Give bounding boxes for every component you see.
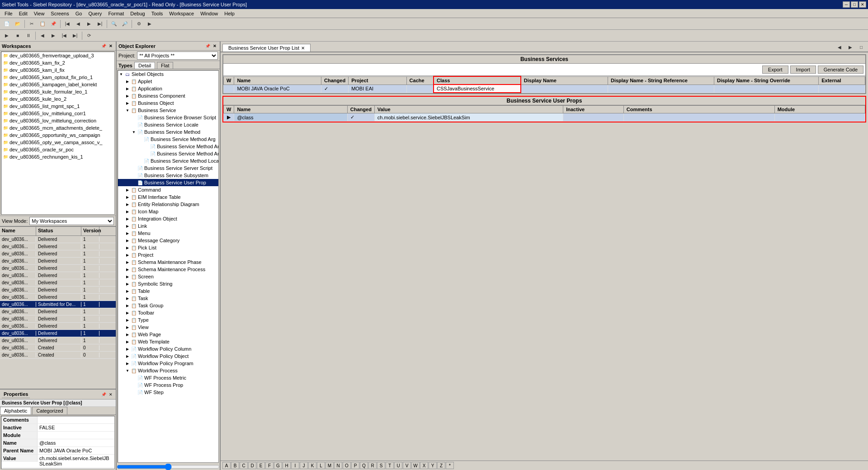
tree-expand-icon[interactable]: ▶ bbox=[124, 266, 131, 273]
tree-item[interactable]: ▼📄Business Service Method bbox=[118, 128, 218, 136]
tree-expand-icon[interactable] bbox=[131, 179, 137, 186]
paste-btn[interactable]: 📌 bbox=[48, 19, 58, 28]
ws-pin-icon[interactable]: 📌 bbox=[100, 43, 107, 49]
menu-item-window[interactable]: Window bbox=[198, 10, 221, 17]
generate-code-btn[interactable]: Generate Code bbox=[818, 66, 863, 74]
alpha-btn-f[interactable]: F bbox=[265, 462, 274, 469]
tree-expand-icon[interactable]: ▶ bbox=[124, 331, 131, 338]
alpha-btn-o[interactable]: O bbox=[343, 462, 351, 469]
workspace-row[interactable]: dev_u8036... Submitted for De... 1 bbox=[0, 301, 116, 308]
workspace-item[interactable]: 📁dev_u803665_lov_mittelung_corr1 bbox=[1, 110, 114, 117]
menu-item-workspace[interactable]: Workspace bbox=[166, 10, 197, 17]
tree-expand-icon[interactable]: ▶ bbox=[124, 317, 131, 323]
tab-nav-max[interactable]: □ bbox=[856, 42, 866, 52]
tree-expand-icon[interactable]: ▶ bbox=[124, 324, 131, 330]
tb2-3[interactable]: ⏸ bbox=[24, 31, 33, 40]
tree-expand-icon[interactable] bbox=[131, 172, 137, 179]
tree-expand-icon[interactable]: ▼ bbox=[118, 71, 124, 77]
workspace-row[interactable]: dev_u8036... Delivered 1 bbox=[0, 265, 116, 272]
tree-item[interactable]: ▶📋Toolbar bbox=[118, 309, 218, 316]
menu-item-help[interactable]: Help bbox=[222, 10, 237, 17]
workspace-row[interactable]: dev_u8036... Delivered 1 bbox=[0, 315, 116, 323]
tree-item[interactable]: 📄WF Step bbox=[118, 389, 218, 396]
workspace-row[interactable]: dev_u8036... Delivered 1 bbox=[0, 272, 116, 279]
tree-expand-icon[interactable] bbox=[143, 143, 150, 150]
minimize-btn[interactable]: ─ bbox=[843, 1, 850, 8]
tree-expand-icon[interactable] bbox=[131, 165, 137, 171]
up-col-changed[interactable]: Changed bbox=[347, 106, 374, 113]
tb2-first[interactable]: |◀ bbox=[59, 31, 69, 40]
tree-item[interactable]: ▶📋Project bbox=[118, 251, 218, 258]
open-btn[interactable]: 📂 bbox=[13, 19, 23, 28]
tree-item[interactable]: ▶📋Business Component bbox=[118, 92, 218, 99]
props-tab-alphabetic[interactable]: Alphabetic bbox=[0, 407, 31, 414]
alpha-btn-z[interactable]: Z bbox=[437, 462, 445, 469]
tab-nav-back[interactable]: ◀ bbox=[835, 42, 844, 52]
new-btn[interactable]: 📄 bbox=[2, 19, 12, 28]
tree-item[interactable]: ▶📋Web Template bbox=[118, 338, 218, 345]
workspace-row[interactable]: dev_u8036... Delivered 1 bbox=[0, 337, 116, 344]
nav-next[interactable]: ▶ bbox=[84, 19, 94, 28]
alpha-btn-g[interactable]: G bbox=[274, 462, 282, 469]
tree-expand-icon[interactable]: ▶ bbox=[124, 360, 131, 367]
workspace-row[interactable]: dev_u8036... Delivered 1 bbox=[0, 330, 116, 337]
workspace-tree[interactable]: 📁dev_u803665_fremvertrage_upload_3📁dev_u… bbox=[1, 52, 115, 215]
bs-grid-row[interactable]: MOBI JAVA Oracle PoC ✓ MOBI EAI CSSJavaB… bbox=[224, 85, 865, 93]
tree-expand-icon[interactable] bbox=[137, 136, 143, 142]
tree-item[interactable]: ▶📄Workflow Policy Program bbox=[118, 360, 218, 367]
workspace-item[interactable]: 📁dev_u803665_opty_we_campa_assoc_v_ bbox=[1, 139, 114, 146]
up-col-inactive[interactable]: Inactive bbox=[563, 106, 624, 113]
tree-item[interactable]: ▶📋Link bbox=[118, 222, 218, 230]
alpha-btn-m[interactable]: M bbox=[326, 462, 334, 469]
query-btn[interactable]: 🔎 bbox=[120, 19, 130, 28]
tree-item[interactable]: 📄Business Service User Prop bbox=[118, 179, 218, 186]
tree-expand-icon[interactable] bbox=[131, 389, 137, 395]
workspace-row[interactable]: dev_u8036... Delivered 1 bbox=[0, 236, 116, 243]
tree-expand-icon[interactable]: ▶ bbox=[124, 187, 131, 193]
tree-expand-icon[interactable]: ▶ bbox=[124, 100, 131, 106]
alpha-btn-e[interactable]: E bbox=[257, 462, 265, 469]
up-col-comments[interactable]: Comments bbox=[623, 106, 774, 113]
up-col-name[interactable]: Name bbox=[234, 106, 347, 113]
tree-expand-icon[interactable]: ▶ bbox=[124, 310, 131, 316]
tree-expand-icon[interactable]: ▶ bbox=[124, 230, 131, 236]
tree-item[interactable]: ▶📋Integration Object bbox=[118, 215, 218, 222]
tree-item[interactable]: ▼🗂Siebel Objects bbox=[118, 70, 218, 78]
alpha-btn-p[interactable]: P bbox=[351, 462, 359, 469]
workspace-row[interactable]: dev_u8036... Delivered 1 bbox=[0, 258, 116, 265]
bs-col-name[interactable]: Name bbox=[234, 76, 321, 85]
tab-flat[interactable]: Flat bbox=[157, 62, 173, 69]
tree-item[interactable]: ▶📋Application bbox=[118, 85, 218, 92]
up-cell-name[interactable]: @class bbox=[234, 113, 347, 122]
tree-item[interactable]: ▼📋Workflow Process bbox=[118, 367, 218, 374]
tree-expand-icon[interactable] bbox=[131, 375, 137, 381]
tree-expand-icon[interactable]: ▶ bbox=[124, 281, 131, 287]
user-props-grid-row[interactable]: ▶ @class ✓ ch.mobi.siebel.service.Siebel… bbox=[224, 113, 865, 122]
tree-item[interactable]: 📄Business Service Server Script bbox=[118, 164, 218, 172]
oe-hscroll[interactable] bbox=[117, 464, 220, 470]
alpha-btn-*[interactable]: * bbox=[446, 462, 454, 469]
bs-cell-name[interactable]: MOBI JAVA Oracle PoC bbox=[234, 85, 321, 93]
workspace-item[interactable]: 📁dev_u803665_mcm_attachments_delete_ bbox=[1, 124, 114, 132]
nav-first[interactable]: |◀ bbox=[62, 19, 72, 28]
view-mode-select[interactable]: My Workspaces bbox=[29, 217, 114, 225]
bs-col-displayname[interactable]: Display Name bbox=[521, 76, 608, 85]
run-btn[interactable]: ▶ bbox=[145, 19, 155, 28]
bs-col-cache[interactable]: Cache bbox=[406, 76, 434, 85]
tree-item[interactable]: ▶📄Workflow Policy Column bbox=[118, 345, 218, 352]
alpha-btn-j[interactable]: J bbox=[300, 462, 308, 469]
alpha-btn-c[interactable]: C bbox=[240, 462, 248, 469]
tree-item[interactable]: ▶📋Applet bbox=[118, 78, 218, 85]
tree-expand-icon[interactable] bbox=[143, 150, 150, 157]
oe-scroll-h[interactable] bbox=[117, 464, 220, 470]
tree-expand-icon[interactable] bbox=[131, 114, 137, 121]
bs-cell-class[interactable]: CSSJavaBusinessService bbox=[434, 85, 521, 93]
tree-item[interactable]: ▶📋Type bbox=[118, 316, 218, 324]
tree-expand-icon[interactable]: ▶ bbox=[124, 201, 131, 207]
tree-item[interactable]: ▶📋Message Category bbox=[118, 237, 218, 244]
nav-last[interactable]: ▶| bbox=[95, 19, 105, 28]
tree-item[interactable]: ▶📋Icon Map bbox=[118, 208, 218, 215]
tree-expand-icon[interactable]: ▶ bbox=[124, 237, 131, 244]
menu-item-view[interactable]: View bbox=[31, 10, 47, 17]
menu-item-tools[interactable]: Tools bbox=[149, 10, 166, 17]
